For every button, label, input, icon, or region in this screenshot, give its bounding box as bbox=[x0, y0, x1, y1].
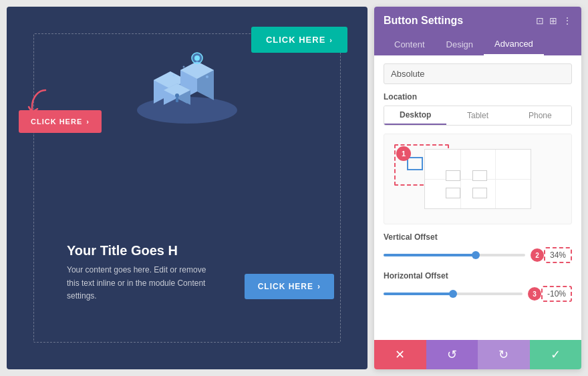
grid-cell-bottom-left[interactable] bbox=[446, 188, 460, 198]
panel-body: Absolute Relative Fixed Location Desktop… bbox=[374, 55, 581, 340]
position-dropdown[interactable]: Absolute Relative Fixed bbox=[384, 63, 572, 84]
vertical-offset-slider-row: 2 34% bbox=[384, 247, 572, 263]
vertical-offset-fill bbox=[384, 254, 476, 256]
location-tab-desktop[interactable]: Desktop bbox=[384, 106, 446, 125]
panel-tabs: Content Design Advanced bbox=[384, 33, 572, 55]
tab-design[interactable]: Design bbox=[436, 33, 484, 55]
panel-title: Button Settings bbox=[384, 15, 463, 27]
btn-pink-label: CLICK HERE bbox=[31, 118, 82, 126]
vertical-offset-thumb[interactable] bbox=[472, 251, 480, 259]
panel-header: Button Settings ⊡ ⊞ ⋮ Content Design Adv… bbox=[374, 7, 581, 55]
undo-icon: ↺ bbox=[447, 347, 457, 362]
content-title: Your Title Goes H bbox=[67, 243, 207, 258]
btn-teal-top-label: CLICK HERE bbox=[266, 35, 325, 45]
vertical-offset-value[interactable]: 34% bbox=[544, 247, 572, 263]
layout-icon[interactable]: ⊞ bbox=[549, 15, 557, 26]
horizontal-offset-label: Horizontal Offset bbox=[384, 271, 572, 280]
main-container: CLICK HERE › CLICK HERE › bbox=[0, 0, 588, 376]
svg-rect-16 bbox=[176, 98, 178, 102]
location-label: Location bbox=[384, 92, 572, 102]
vertical-offset-value-container: 2 34% bbox=[531, 247, 572, 263]
confirm-button[interactable]: ✓ bbox=[530, 340, 582, 369]
svg-point-12 bbox=[206, 75, 208, 78]
badge-2: 2 bbox=[531, 248, 544, 262]
location-section: Location Desktop Tablet Phone bbox=[384, 92, 572, 126]
btn-blue-arrow-icon: › bbox=[317, 282, 321, 291]
tab-advanced[interactable]: Advanced bbox=[484, 33, 544, 55]
vertical-offset-section: Vertical Offset 2 34% bbox=[384, 232, 572, 263]
confirm-icon: ✓ bbox=[551, 347, 561, 362]
badge-1: 1 bbox=[396, 146, 411, 161]
horizontal-offset-fill bbox=[384, 293, 453, 295]
horizontal-offset-section: Horizontal Offset 3 -10% bbox=[384, 271, 572, 302]
horizontal-offset-value-container: 3 -10% bbox=[528, 286, 572, 302]
dropdown-row: Absolute Relative Fixed bbox=[384, 63, 572, 84]
location-tab-tablet[interactable]: Tablet bbox=[446, 106, 508, 125]
content-text-block: Your Title Goes H Your content goes here… bbox=[67, 243, 207, 303]
svg-point-14 bbox=[173, 75, 175, 77]
btn-pink-arrow-icon: › bbox=[86, 118, 90, 126]
more-icon[interactable]: ⋮ bbox=[563, 15, 572, 26]
svg-point-15 bbox=[175, 93, 179, 98]
panel-title-row: Button Settings ⊡ ⊞ ⋮ bbox=[384, 15, 572, 27]
badge-3: 3 bbox=[528, 287, 541, 301]
svg-point-11 bbox=[194, 55, 200, 61]
location-tabs: Desktop Tablet Phone bbox=[384, 106, 572, 126]
grid-vline-2 bbox=[495, 150, 496, 208]
horizontal-offset-slider-row: 3 -10% bbox=[384, 286, 572, 302]
redo-button[interactable]: ↻ bbox=[478, 340, 530, 369]
grid-cell-right[interactable] bbox=[472, 170, 487, 181]
btn-blue-mid[interactable]: CLICK HERE › bbox=[245, 274, 334, 299]
grid-cell-bottom-right[interactable] bbox=[472, 188, 487, 198]
position-grid: 1 bbox=[392, 142, 563, 216]
grid-cell-mid[interactable] bbox=[446, 170, 460, 181]
left-panel: CLICK HERE › CLICK HERE › bbox=[7, 7, 368, 369]
btn-pink[interactable]: CLICK HERE › bbox=[19, 110, 102, 133]
cancel-button[interactable]: ✕ bbox=[374, 340, 426, 369]
position-grid-container: 1 bbox=[384, 134, 572, 224]
bottom-action-bar: ✕ ↺ ↻ ✓ bbox=[374, 340, 581, 369]
btn-teal-arrow-icon: › bbox=[329, 36, 333, 44]
redo-icon: ↻ bbox=[498, 347, 508, 362]
content-body: Your content goes here. Edit or remove t… bbox=[67, 264, 207, 303]
svg-point-13 bbox=[183, 66, 185, 68]
btn-teal-top[interactable]: CLICK HERE › bbox=[251, 27, 347, 53]
tab-content[interactable]: Content bbox=[384, 33, 436, 55]
cancel-icon: ✕ bbox=[395, 347, 405, 362]
fullscreen-icon[interactable]: ⊡ bbox=[536, 15, 544, 26]
undo-button[interactable]: ↺ bbox=[426, 340, 478, 369]
horizontal-offset-thumb[interactable] bbox=[449, 290, 457, 298]
right-panel: Button Settings ⊡ ⊞ ⋮ Content Design Adv… bbox=[374, 7, 581, 369]
isometric-illustration bbox=[127, 43, 247, 130]
canvas-area: CLICK HERE › CLICK HERE › bbox=[7, 7, 368, 369]
horizontal-offset-track[interactable] bbox=[384, 293, 523, 295]
horizontal-offset-value[interactable]: -10% bbox=[541, 286, 572, 302]
btn-blue-mid-label: CLICK HERE bbox=[258, 282, 313, 291]
location-tab-phone[interactable]: Phone bbox=[509, 106, 571, 125]
panel-icons: ⊡ ⊞ ⋮ bbox=[536, 15, 572, 26]
vertical-offset-track[interactable] bbox=[384, 254, 525, 256]
active-position-cell[interactable] bbox=[407, 157, 423, 170]
vertical-offset-label: Vertical Offset bbox=[384, 232, 572, 242]
